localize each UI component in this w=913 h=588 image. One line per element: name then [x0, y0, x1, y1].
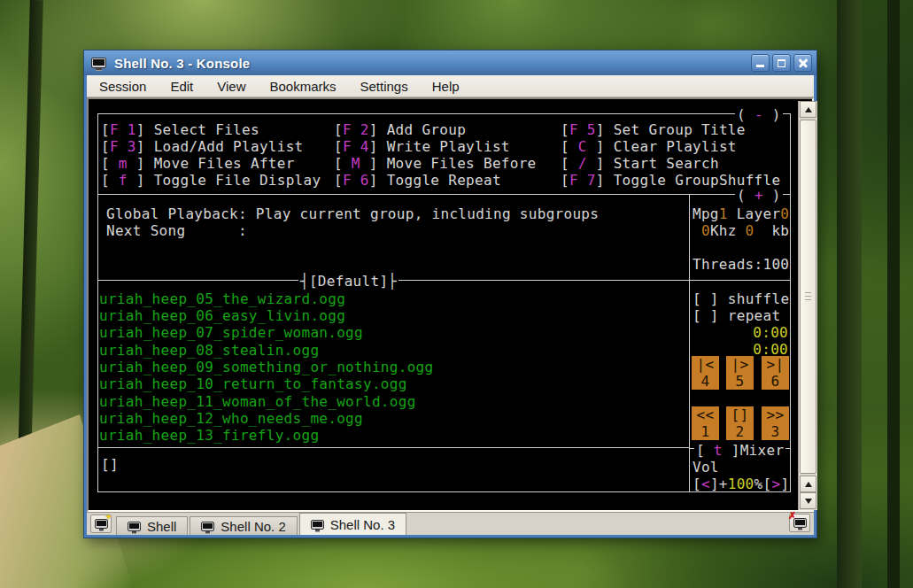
playlist-item[interactable]: uriah_heep_08_stealin.ogg — [99, 342, 319, 359]
playlist-item[interactable]: uriah_heep_11_woman_of_the_world.ogg — [99, 393, 416, 410]
window-client-area: Session Edit View Bookmarks Settings Hel… — [87, 75, 814, 535]
maximize-button[interactable] — [772, 54, 791, 72]
menu-edit[interactable]: Edit — [162, 77, 201, 96]
tui-divider-player-playlist — [97, 280, 791, 281]
menu-settings[interactable]: Settings — [352, 77, 416, 96]
prev-track-button[interactable]: |<4 — [692, 356, 719, 390]
rewind-button[interactable]: <<1 — [692, 406, 719, 440]
playlist-item[interactable]: uriah_heep_13_firefly.ogg — [99, 427, 319, 444]
volume-label: Vol — [692, 459, 719, 476]
repeat-checkbox: [ ] — [692, 307, 719, 324]
scrollbar-grip-icon — [805, 292, 811, 301]
next-track-button[interactable]: >|6 — [762, 356, 789, 390]
fast-forward-button[interactable]: >>3 — [762, 406, 789, 440]
tree-trunk — [837, 0, 862, 588]
tab-label: Shell No. 2 — [221, 519, 285, 534]
tree-trunk — [887, 0, 900, 588]
group-title: ┤[Default]├ — [298, 273, 398, 290]
keybinding: [ M ]Move Files Before — [334, 155, 537, 172]
keybinding: [ / ]Start Search — [561, 155, 719, 172]
fast-forward-icon: >> — [762, 406, 789, 423]
close-button[interactable] — [793, 54, 812, 72]
keybinding: [F 4]Write Playlist — [334, 138, 510, 155]
tui-divider-playlist-status — [97, 447, 689, 448]
close-session-button[interactable]: ✗ — [789, 514, 810, 532]
stop-icon: [] — [726, 406, 754, 423]
scroll-up-button[interactable] — [800, 101, 816, 118]
plus-icon: + — [754, 187, 763, 204]
keybinding: [F 2]Add Group — [334, 121, 466, 138]
konsole-window: Shell No. 3 - Konsole Session Edit View … — [84, 50, 816, 538]
menu-view[interactable]: View — [209, 77, 253, 96]
titlebar[interactable]: Shell No. 3 - Konsole — [84, 50, 816, 75]
terminal-icon — [201, 522, 214, 531]
play-button[interactable]: |>5 — [726, 356, 754, 390]
time-elapsed: 0:00 — [692, 324, 788, 341]
session-tabbar: ✦ Shell Shell No. 2 Shell No. 3 ✗ — [87, 512, 814, 535]
volume-line: [<]+100%[>] — [692, 476, 789, 492]
playlist-item[interactable]: uriah_heep_06_easy_livin.ogg — [99, 307, 345, 324]
terminal-scrollbar[interactable] — [798, 101, 817, 510]
terminal[interactable]: ( - ) ( + ) [F 1]Select Files [F 2]Add G… — [91, 101, 794, 510]
keybinding: [F 6]Toggle Repeat — [334, 172, 501, 189]
scroll-down-button[interactable] — [800, 492, 816, 509]
repeat-label: repeat — [719, 307, 781, 324]
shuffle-checkbox: [ ] — [692, 290, 719, 307]
tab-label: Shell — [147, 519, 176, 534]
terminal-frame: ( - ) ( + ) [F 1]Select Files [F 2]Add G… — [87, 97, 814, 512]
tab-label: Shell No. 3 — [330, 517, 395, 532]
rewind-icon: << — [692, 406, 719, 423]
play-icon: |> — [726, 356, 754, 373]
arrow-up-icon — [805, 482, 812, 487]
arrow-down-icon — [805, 499, 812, 504]
terminal-icon — [128, 522, 141, 531]
tab-shell-no-2[interactable]: Shell No. 2 — [190, 516, 297, 535]
minimize-icon — [756, 65, 764, 67]
global-playback-line: Global Playback: Play current group, inc… — [106, 205, 599, 222]
tab-shell[interactable]: Shell — [116, 516, 188, 535]
scroll-up-button-bottom[interactable] — [800, 476, 816, 492]
next-song-line: Next Song : — [106, 222, 247, 239]
volume-value: 100 — [728, 476, 754, 492]
playlist-item[interactable]: uriah_heep_10_return_to_fantasy.ogg — [99, 375, 407, 392]
prev-track-icon: |< — [692, 356, 719, 373]
scrollbar-thumb[interactable] — [800, 120, 816, 474]
playlist-item[interactable]: uriah_heep_12_who_needs_me.ogg — [99, 410, 363, 427]
minus-icon: - — [754, 106, 763, 123]
keybinding: [ m ]Move Files After — [101, 155, 295, 172]
konsole-app-icon — [91, 58, 106, 68]
menu-help[interactable]: Help — [424, 77, 468, 96]
terminal-icon — [311, 520, 324, 530]
expand-player-indicator[interactable]: ( + ) — [735, 187, 783, 204]
playlist-item[interactable]: uriah_heep_07_spider_woman.ogg — [99, 324, 363, 341]
playlist-item[interactable]: uriah_heep_09_something_or_nothing.ogg — [99, 359, 433, 375]
tab-shell-no-3[interactable]: Shell No. 3 — [299, 513, 406, 535]
menu-session[interactable]: Session — [91, 77, 154, 96]
next-track-icon: >| — [762, 356, 789, 373]
arrow-up-icon — [805, 107, 812, 112]
playlist-item[interactable]: uriah_heep_05_the_wizard.ogg — [99, 290, 345, 307]
keybinding: [F 5]Set Group Title — [561, 121, 746, 138]
mixer-toggle[interactable]: [ t ]Mixer — [694, 442, 785, 459]
minimize-button[interactable] — [751, 54, 770, 72]
volume-down-icon[interactable]: < — [701, 476, 710, 492]
window-title: Shell No. 3 - Konsole — [114, 56, 250, 71]
shuffle-toggle[interactable]: [ ]shuffle — [692, 290, 789, 307]
new-session-sparkle-icon: ✦ — [105, 512, 112, 522]
codec-line: Mpg1 Layer0 — [692, 205, 789, 222]
bottom-status: [] — [101, 456, 119, 473]
repeat-toggle[interactable]: [ ]repeat — [692, 307, 780, 324]
menubar: Session Edit View Bookmarks Settings Hel… — [87, 75, 814, 97]
maximize-icon — [778, 59, 785, 67]
bitrate-line: 0Khz 0 kb — [692, 222, 789, 239]
close-session-x-icon: ✗ — [788, 510, 796, 522]
shuffle-label: shuffle — [719, 290, 790, 307]
keybinding: [F 1]Select Files — [101, 121, 259, 138]
tui-divider-keys-player — [97, 194, 791, 195]
keybinding: [ C ]Clear Playlist — [561, 138, 737, 155]
stop-button[interactable]: []2 — [726, 406, 754, 440]
menu-bookmarks[interactable]: Bookmarks — [261, 77, 344, 96]
volume-up-icon[interactable]: > — [771, 476, 780, 492]
new-session-button[interactable]: ✦ — [90, 514, 112, 533]
keybinding: [ f ]Toggle File Display — [101, 172, 321, 189]
